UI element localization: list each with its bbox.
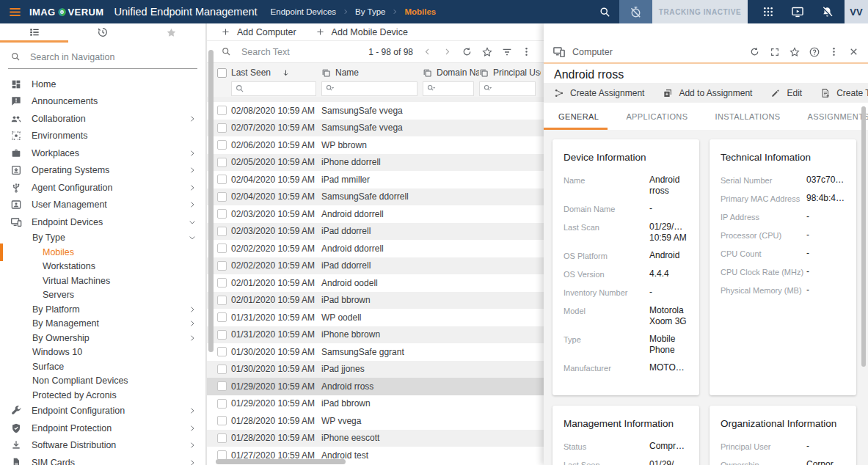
select-all-checkbox[interactable] — [217, 68, 227, 78]
table-row-wp-oodell[interactable]: 01/31/2020 10:59 AMWP oodell — [207, 309, 544, 326]
table-row-samsungsafe-vvega[interactable]: 02/07/2020 10:59 AMSamsungSafe vvega — [207, 120, 544, 137]
sidebar-item-non-compliant-devices[interactable]: Non Compliant Devices — [0, 374, 205, 389]
sidebar-item-sim-cards[interactable]: SIM Cards — [0, 454, 205, 465]
row-checkbox[interactable] — [217, 433, 227, 443]
list-search-input[interactable] — [241, 47, 351, 57]
sidebar-item-agent-configuration[interactable]: Agent Configuration — [0, 179, 205, 197]
sidebar-tab-history[interactable] — [68, 23, 136, 41]
row-checkbox[interactable] — [217, 312, 227, 322]
table-row-ipad-bbrown[interactable]: 02/01/2020 10:59 AMiPad bbrown — [207, 292, 544, 310]
detail-more-button[interactable] — [824, 42, 844, 62]
detail-close-button[interactable] — [844, 42, 864, 62]
sidebar-item-protected-by-acronis[interactable]: Protected by Acronis — [0, 388, 205, 403]
detail-favorite-button[interactable] — [784, 42, 804, 62]
horizontal-scrollbar[interactable] — [216, 459, 346, 464]
table-row-iphone-eescott[interactable]: 01/28/2020 10:59 AMiPhone eescott — [207, 430, 544, 447]
table-row-ipad-mmiller[interactable]: 02/04/2020 10:59 AMiPad mmiller — [207, 171, 544, 188]
apps-grid-button[interactable] — [754, 0, 783, 23]
column-header-principal-user[interactable]: Principal User — [479, 67, 541, 78]
sidebar-item-user-management[interactable]: User Management — [0, 197, 205, 214]
table-row-ipad-bbrown[interactable]: 01/29/2020 10:59 AMiPad bbrown — [207, 395, 544, 413]
row-checkbox[interactable] — [217, 347, 227, 356]
add-to-assignment-button[interactable]: Add to Assignment — [663, 88, 752, 98]
table-row-ipad-ddorrell[interactable]: 02/03/2020 10:59 AMiPad ddorrell — [207, 223, 544, 241]
user-avatar[interactable]: VV — [845, 0, 868, 23]
page-next-button[interactable] — [437, 43, 457, 61]
edit-button[interactable]: Edit — [770, 88, 802, 98]
sidebar-item-windows-10[interactable]: Windows 10 — [0, 345, 205, 360]
sidebar-item-software-distribution[interactable]: Software Distribution — [0, 437, 205, 455]
tab-assignments[interactable]: ASSIGNMENTS — [808, 112, 868, 121]
column-filter-input-domain-na[interactable] — [423, 81, 474, 96]
column-filter-input-principal-user[interactable] — [479, 81, 536, 96]
row-checkbox[interactable] — [217, 158, 227, 167]
vertical-scrollbar[interactable] — [208, 50, 214, 352]
create-assignment-button[interactable]: Create Assignment — [554, 88, 644, 98]
tab-installations[interactable]: INSTALLATIONS — [715, 112, 780, 121]
column-header-last-seen[interactable]: Last Seen — [231, 67, 321, 78]
sidebar-tab-navigation[interactable] — [0, 23, 68, 41]
imagoverum-logo[interactable]: IMAG VERUM — [29, 7, 104, 18]
tab-applications[interactable]: APPLICATIONS — [626, 112, 688, 121]
table-row-wp-bbrown[interactable]: 02/06/2020 10:59 AMWP bbrown — [207, 136, 544, 154]
row-checkbox[interactable] — [217, 416, 227, 425]
row-checkbox[interactable] — [217, 123, 227, 133]
sidebar-item-home[interactable]: Home — [0, 76, 205, 93]
sidebar-item-collaboration[interactable]: Collaboration — [0, 110, 205, 128]
detail-refresh-button[interactable] — [745, 42, 765, 62]
detail-scrollbar[interactable] — [861, 106, 866, 367]
sidebar-item-servers[interactable]: Servers — [0, 288, 205, 303]
detail-help-button[interactable] — [804, 42, 824, 62]
row-checkbox[interactable] — [217, 192, 227, 202]
sidebar-item-endpoint-devices[interactable]: Endpoint Devices — [0, 213, 205, 231]
favorite-view-button[interactable] — [477, 43, 497, 61]
filter-button[interactable] — [497, 43, 517, 61]
tracking-toggle[interactable]: TRACKING INACTIVE — [619, 0, 748, 23]
tab-general[interactable]: GENERAL — [558, 112, 599, 121]
page-previous-button[interactable] — [417, 43, 437, 61]
row-checkbox[interactable] — [217, 209, 227, 219]
row-checkbox[interactable] — [217, 399, 227, 409]
detail-expand-button[interactable] — [765, 42, 784, 62]
table-row-iphone-bbrown[interactable]: 01/31/2020 10:59 AMiPhone bbrown — [207, 326, 544, 344]
breadcrumb-item-by-type[interactable]: By Type — [355, 7, 385, 16]
global-search-button[interactable] — [590, 0, 619, 23]
table-row-android-rross[interactable]: 01/29/2020 10:59 AMAndroid rross — [207, 378, 544, 395]
table-row-android-oodell[interactable]: 02/01/2020 10:59 AMAndroid oodell — [207, 274, 544, 292]
sidebar-item-workstations[interactable]: Workstations — [0, 260, 205, 274]
column-header-domain-na[interactable]: Domain Na... — [423, 67, 479, 78]
row-checkbox[interactable] — [217, 140, 227, 150]
navigation-search-input[interactable] — [30, 52, 177, 62]
row-checkbox[interactable] — [217, 278, 227, 288]
row-checkbox[interactable] — [217, 330, 227, 340]
table-row-iphone-ddorrell[interactable]: 02/05/2020 10:59 AMiPhone ddorrell — [207, 154, 544, 172]
table-row-android-ddorrell[interactable]: 02/02/2020 10:59 AMAndroid ddorrell — [207, 240, 544, 257]
table-row-ipad-jjones[interactable]: 01/30/2020 10:59 AMiPad jjones — [207, 361, 544, 378]
table-row-samsungsafe-vvega[interactable]: 02/08/2020 10:59 AMSamsungSafe vvega — [207, 102, 544, 120]
column-filter-input-name[interactable] — [321, 81, 417, 96]
sidebar-item-by-management[interactable]: By Management — [0, 317, 205, 332]
table-row-ipad-ddorrell[interactable]: 02/02/2020 10:59 AMiPad ddorrell — [207, 257, 544, 275]
sidebar-item-surface[interactable]: Surface — [0, 359, 205, 374]
row-checkbox[interactable] — [217, 261, 227, 271]
table-row-android-ddorrell[interactable]: 02/03/2020 10:59 AMAndroid ddorrell — [207, 205, 544, 223]
sidebar-item-by-type[interactable]: By Type — [0, 231, 205, 246]
breadcrumb-item-endpoint-devices[interactable]: Endpoint Devices — [271, 7, 337, 16]
sidebar-item-workplaces[interactable]: Workplaces — [0, 144, 205, 162]
sidebar-item-operating-systems[interactable]: Operating Systems — [0, 162, 205, 180]
row-checkbox[interactable] — [217, 227, 227, 236]
sidebar-tab-favorites[interactable] — [137, 23, 205, 41]
table-row-samsungsafe-ddorrell[interactable]: 02/04/2020 10:59 AMSamsungSafe ddorrell — [207, 188, 544, 206]
column-filter-input-last-seen[interactable] — [231, 81, 316, 96]
screencast-button[interactable] — [783, 0, 812, 23]
row-checkbox[interactable] — [217, 381, 227, 391]
create-task-button[interactable]: Create Task — [820, 88, 868, 98]
sidebar-item-environments[interactable]: Environments — [0, 128, 205, 145]
sidebar-item-endpoint-configuration[interactable]: Endpoint Configuration — [0, 403, 205, 420]
list-more-button[interactable] — [517, 43, 536, 61]
refresh-button[interactable] — [457, 43, 477, 61]
sidebar-item-endpoint-protection[interactable]: Endpoint Protection — [0, 420, 205, 437]
sidebar-item-mobiles[interactable]: Mobiles — [0, 245, 205, 260]
sidebar-item-announcements[interactable]: Announcements — [0, 93, 205, 111]
hamburger-menu-icon[interactable] — [0, 0, 29, 23]
